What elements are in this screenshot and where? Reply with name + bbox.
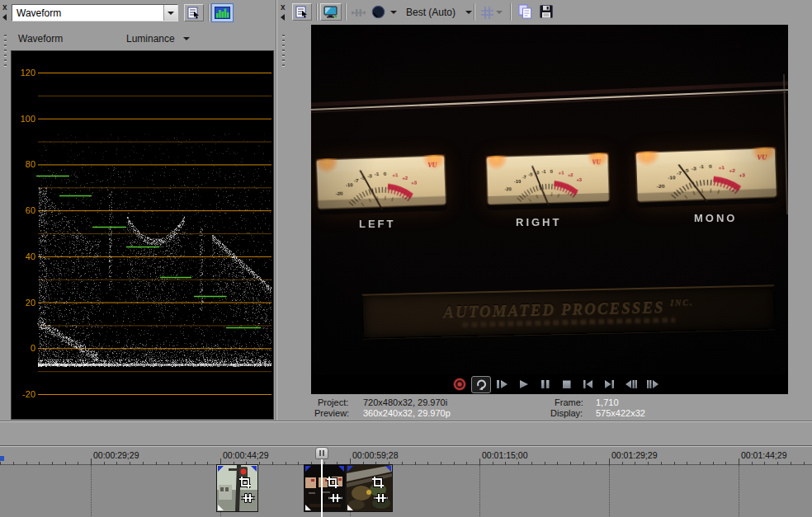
pan-crop-icon[interactable] [238,476,252,489]
video-scopes-panel: x Waveform Waveform [0,0,276,421]
display-value: 575x422x32 [596,408,645,418]
display-label: Display: [550,408,583,418]
ruler-timecode: 00:01:29;29 [611,450,657,460]
grid-overlay-icon [481,7,493,19]
scope-type-dropdown[interactable]: Waveform [12,4,178,21]
copy-snapshot-icon [518,4,532,19]
frame-label: Frame: [555,397,583,407]
toolbar-separator [208,4,209,21]
play-from-start-icon [496,378,509,390]
preview-quality-value: Best (Auto) [406,7,456,18]
histogram-view-button[interactable] [211,3,234,22]
collapse-arrow-icon[interactable] [281,14,285,21]
project-label: Project: [318,397,348,407]
playhead-marker-handle[interactable] [315,447,328,459]
playhead-line[interactable] [321,459,323,517]
pan-crop-icon[interactable] [326,476,339,489]
close-icon[interactable]: x [2,3,7,11]
timeline-clip-1[interactable] [216,464,258,512]
fade-handle-icon[interactable] [305,505,311,510]
ruler-timecode: 00:01:15;00 [482,450,527,460]
video-track[interactable] [0,465,812,517]
preview-value: 360x240x32, 29.970p [363,408,451,418]
ruler-timecode: 00:00:29;29 [93,450,139,460]
clip-corner-icon [218,466,224,472]
chevron-down-icon [183,37,190,40]
splitscreen-plug-icon [352,7,366,18]
pan-crop-icon[interactable] [371,476,385,489]
toolbar-separator [510,3,511,21]
mid-strip: +5;00 [0,421,812,445]
go-to-start-button[interactable] [578,376,598,392]
timeline-clip-2[interactable] [304,464,346,512]
vegas-app-window: x Waveform Waveform [0,0,812,517]
toolbar-separator [474,3,474,21]
play-from-start-button[interactable] [493,376,512,392]
dropdown-button[interactable] [163,5,177,21]
previous-frame-button[interactable] [621,376,641,392]
chevron-down-icon [390,11,397,14]
overlay-dropdown-button[interactable] [388,4,399,21]
ruler-timecode: 00:01:44;29 [741,450,786,460]
waveform-scope-display [11,50,274,420]
panel-drag-grip[interactable] [282,35,285,69]
close-icon[interactable]: x [281,3,286,11]
go-to-start-icon [582,378,595,390]
video-frame: -20-10-7-5-3-10+1+2+3VULEFT-20-10-7-5-3-… [311,25,788,374]
clip-corner-icon [347,466,353,472]
stop-icon [560,378,574,390]
next-frame-button[interactable] [643,376,663,392]
play-button[interactable] [514,376,534,392]
video-display-block: -20-10-7-5-3-10+1+2+3VULEFT-20-10-7-5-3-… [311,25,788,394]
save-snapshot-icon [540,5,553,18]
external-monitor-icon [323,6,338,18]
record-icon [452,377,467,392]
record-button[interactable] [450,376,470,392]
splitscreen-plug-button[interactable] [348,4,368,21]
event-fx-icon[interactable] [241,492,255,504]
fade-handle-icon[interactable] [218,505,224,510]
go-to-end-icon [603,378,616,390]
event-fx-icon[interactable] [374,492,388,504]
transport-bar [450,376,663,392]
fade-handle-icon[interactable] [347,505,353,510]
stop-button[interactable] [557,376,577,392]
scope-row-label: Waveform [18,33,63,45]
scope-mode-dropdown[interactable]: Luminance [126,33,190,45]
ruler-timecode: 00:00:59;28 [352,450,398,460]
waveform-scope-canvas [12,51,273,419]
save-snapshot-button[interactable] [536,3,556,20]
copy-snapshot-button[interactable] [515,3,535,20]
pause-button[interactable] [536,376,555,392]
scope-mode-value: Luminance [126,33,175,45]
collapse-arrow-icon[interactable] [2,14,7,21]
grid-dropdown-button[interactable] [493,4,504,21]
preview-settings-button[interactable] [292,3,312,21]
preview-settings-icon [295,6,309,18]
project-value: 720x480x32, 29.970i [363,397,447,407]
next-frame-icon [646,378,659,390]
external-monitor-button[interactable] [320,3,342,21]
video-preview-panel: x [277,0,812,421]
timeline-clip-3[interactable] [346,464,393,512]
frame-value: 1,710 [596,397,619,407]
preview-quality-dropdown[interactable]: Best (Auto) [406,7,472,18]
timeline-ruler[interactable]: 00:00:29;2900:00:44;2900:00:59;2800:01:1… [0,447,812,465]
chevron-down-icon [465,11,472,14]
clip-corner-icon [305,466,311,472]
clip-3-thumbnail [347,465,392,511]
panel-drag-grip[interactable] [4,35,7,69]
event-fx-icon[interactable] [328,492,342,504]
scope-settings-button[interactable] [184,4,204,21]
overlay-circle-icon [371,5,385,19]
chevron-down-icon [496,11,503,14]
clip-corner-icon [338,466,344,472]
overlay-circle-button[interactable] [368,3,388,21]
toolbar-separator [345,3,346,21]
clip-corner-icon [251,466,257,472]
clip-corner-icon [385,466,391,472]
pause-icon [539,378,552,390]
timeline-marker-mini[interactable] [0,456,4,461]
go-to-end-button[interactable] [600,376,620,392]
loop-playback-button[interactable] [471,376,491,393]
